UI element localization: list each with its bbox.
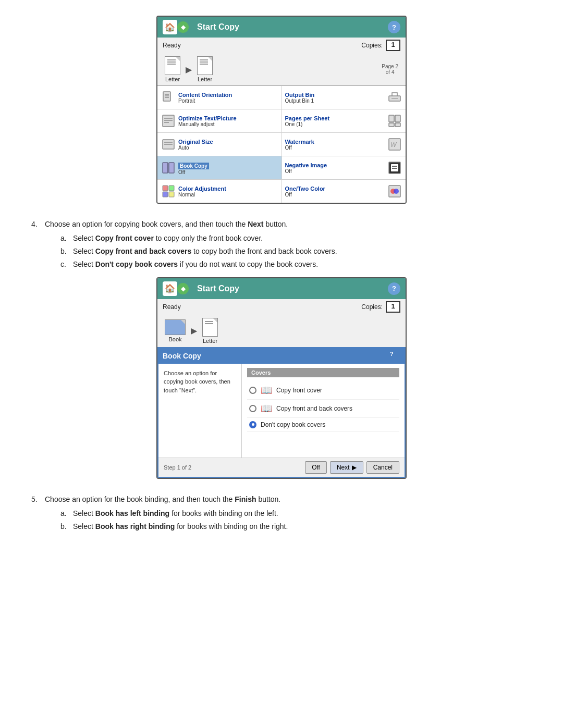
option-copy-both-label: Copy front and back covers: [276, 405, 352, 412]
content-orientation-cell[interactable]: Content Orientation Portrait: [157, 86, 282, 109]
dialog-right: Covers 📖 Copy front cover 📖 Copy front a…: [242, 364, 405, 458]
option-copy-both[interactable]: 📖 Copy front and back covers: [247, 400, 399, 418]
watermark-cell[interactable]: Watermark Off W: [282, 133, 406, 156]
home-icon[interactable]: 🏠: [163, 20, 177, 34]
book-icon-both: 📖: [261, 403, 272, 414]
off-button[interactable]: Off: [305, 461, 327, 474]
radio-btn-both[interactable]: [249, 405, 256, 412]
dest-label-2: Letter: [203, 338, 217, 344]
svg-rect-13: [395, 123, 400, 127]
dest-page-icon-2: [202, 318, 218, 337]
watermark-value: Off: [285, 145, 385, 151]
book-copy-dialog: Book Copy ? Choose an option for copying…: [157, 347, 406, 478]
dialog-left-text: Choose an option for copying book covers…: [158, 364, 242, 458]
home-icon-2[interactable]: 🏠: [163, 281, 177, 296]
arrow-right-icon-2: ▶: [191, 326, 197, 336]
source-label: Letter: [165, 76, 180, 82]
source-preview: Letter: [165, 56, 180, 82]
step5b-letter: b.: [60, 521, 70, 532]
next-arrow-icon: ▶: [352, 464, 357, 471]
negative-image-cell[interactable]: Negative Image Off: [282, 156, 406, 179]
option-copy-front[interactable]: 📖 Copy front cover: [247, 381, 399, 400]
optimize-cell[interactable]: Optimize Text/Picture Manually adjust: [157, 109, 282, 132]
copies-input[interactable]: 1: [386, 40, 400, 51]
copies-box: Copies: 1: [361, 40, 400, 51]
option-copy-front-label: Copy front cover: [276, 387, 322, 394]
help-icon-2[interactable]: ?: [388, 282, 400, 295]
optimize-content: Optimize Text/Picture Manually adjust: [178, 115, 278, 127]
step4c-letter: c.: [60, 259, 70, 270]
copies-box-2: Copies: 1: [361, 301, 400, 313]
copies-input-2[interactable]: 1: [386, 301, 400, 313]
pages-per-sheet-value: One (1): [285, 121, 385, 127]
radio-btn-none[interactable]: [249, 421, 256, 428]
one-two-color-cell[interactable]: One/Two Color Off: [282, 180, 406, 203]
option-dont-copy[interactable]: Don't copy book covers: [247, 418, 399, 432]
page-indicator: Page 2: [382, 64, 398, 69]
step5-sub-steps: a. Select Book has left binding for book…: [60, 508, 288, 532]
step5-instructions: 5. Choose an option for the book binding…: [31, 493, 532, 534]
source-preview-2: Book: [165, 319, 186, 342]
start-copy-screen-2: 🏠 ◆ Start Copy ? Ready Copies: 1 Book ▶: [156, 277, 407, 479]
pages-per-sheet-icon: [387, 113, 402, 129]
step5-number: 5.: [31, 493, 42, 506]
color-adjustment-label: Color Adjustment: [178, 186, 278, 192]
optimize-label: Optimize Text/Picture: [178, 115, 278, 121]
book-copy-cell[interactable]: ➤ Book Copy Off: [157, 156, 282, 179]
step5-text: Choose an option for the book binding, a…: [45, 493, 288, 534]
option-dont-copy-label: Don't copy book covers: [261, 421, 325, 428]
svg-point-32: [394, 189, 399, 194]
diamond-icon-2: ◆: [177, 283, 189, 294]
svg-rect-28: [163, 192, 168, 197]
content-orientation-value: Portrait: [178, 98, 278, 104]
next-button[interactable]: Next ▶: [330, 461, 363, 474]
color-adjustment-value: Normal: [178, 192, 278, 198]
content-orientation-content: Content Orientation Portrait: [178, 92, 278, 104]
screen1-preview: Letter ▶ Letter Page 2 of 4: [157, 53, 406, 85]
source-page-icon: [165, 56, 180, 75]
dest-preview-2: Letter: [202, 318, 218, 344]
optimize-value: Manually adjust: [178, 121, 278, 127]
svg-rect-12: [389, 123, 394, 127]
svg-rect-6: [163, 115, 174, 127]
source-page-icon-2: [165, 319, 186, 335]
original-size-cell[interactable]: Original Size Auto: [157, 133, 282, 156]
step5b-text: Select Book has right binding for books …: [73, 521, 288, 532]
copies-label: Copies:: [361, 42, 383, 49]
screen1-header: 🏠 ◆ Start Copy ?: [157, 17, 406, 38]
step4c: c. Select Don't copy book covers if you …: [60, 259, 337, 270]
step5-text-before: Choose an option for the book binding, a…: [45, 495, 235, 503]
pages-per-sheet-label: Pages per Sheet: [285, 115, 385, 121]
svg-rect-29: [169, 192, 174, 197]
step5-bold: Finish: [235, 495, 256, 503]
negative-image-label: Negative Image: [285, 162, 385, 168]
svg-rect-19: [163, 163, 168, 173]
original-size-content: Original Size Auto: [178, 139, 278, 151]
dest-label: Letter: [198, 76, 212, 82]
settings-grid: Content Orientation Portrait Output Bin …: [157, 85, 406, 203]
output-bin-cell[interactable]: Output Bin Output Bin 1: [282, 86, 406, 109]
screen2-status-bar: Ready Copies: 1: [157, 299, 406, 315]
book-copy-value: Off: [178, 169, 278, 175]
step4-text-before: Choose an option for copying book covers…: [45, 220, 248, 228]
step4a-text: Select Copy front cover to copy only the…: [73, 233, 263, 244]
step4-instructions: 4. Choose an option for copying book cov…: [31, 218, 532, 272]
dialog-help-icon[interactable]: ?: [390, 351, 400, 361]
color-adjustment-icon: [161, 183, 176, 199]
dialog-footer: Step 1 of 2 Off Next ▶ Cancel: [158, 458, 405, 477]
color-adjustment-cell[interactable]: Color Adjustment Normal: [157, 180, 282, 203]
watermark-content: Watermark Off: [285, 139, 385, 151]
negative-image-value: Off: [285, 168, 385, 174]
cancel-button[interactable]: Cancel: [366, 461, 399, 474]
negative-image-content: Negative Image Off: [285, 162, 385, 174]
pages-per-sheet-cell[interactable]: Pages per Sheet One (1): [282, 109, 406, 132]
screen1-title: Start Copy: [197, 22, 388, 32]
step5-text-after: button.: [256, 495, 281, 503]
dest-page-icon: [197, 56, 213, 75]
svg-rect-20: [169, 163, 174, 173]
radio-btn-front[interactable]: [249, 387, 256, 394]
help-icon-1[interactable]: ?: [388, 21, 400, 33]
book-copy-content: Book Copy Off: [178, 161, 278, 175]
screen2-status: Ready: [163, 303, 181, 311]
start-copy-screen-1: 🏠 ◆ Start Copy ? Ready Copies: 1 Letter …: [156, 16, 407, 204]
